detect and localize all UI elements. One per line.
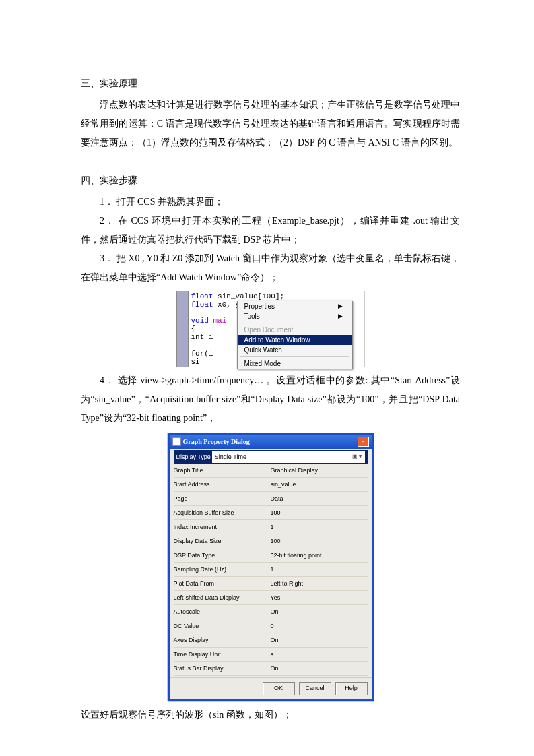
menu-label: Properties (244, 303, 275, 310)
step-2: 2． 在 CCS 环境中打开本实验的工程（Example_base.pjt），编… (81, 212, 460, 249)
ok-button[interactable]: OK (263, 682, 295, 695)
dialog-titlebar: Graph Property Dialog × (170, 435, 372, 449)
help-button[interactable]: Help (335, 682, 368, 695)
prop-val: Left to Right (268, 577, 368, 590)
prop-val: 32-bit floating point (268, 549, 368, 561)
property-row[interactable]: Time Display Units (174, 648, 368, 662)
close-icon[interactable]: × (358, 437, 369, 447)
section3-para: 浮点数的表达和计算是进行数字信号处理的基本知识；产生正弦信号是数字信号处理中经常… (81, 96, 460, 152)
menu-label: Open Document (244, 326, 294, 334)
screenshot-graph-property-dialog: Graph Property Dialog × Display Type Sin… (168, 433, 374, 701)
prop-key: Index Increment (174, 521, 268, 533)
property-row[interactable]: DC Value0 (174, 619, 368, 633)
submenu-arrow-icon: ▶ (338, 313, 343, 320)
prop-key: Left-shifted Data Display (174, 592, 268, 604)
prop-key: Axes Display (174, 634, 268, 646)
prop-key: DSP Data Type (174, 549, 268, 561)
prop-val: 0 (268, 620, 368, 632)
prop-key: DC Value (174, 620, 268, 632)
property-row[interactable]: PageData (174, 492, 368, 506)
prop-key: Display Type (176, 451, 211, 463)
dialog-icon (172, 437, 181, 446)
editor-code-area: float sin_value[100]; float x0, y0, z0; … (189, 291, 365, 367)
menu-item-mixed-mode[interactable]: Mixed Mode (238, 358, 352, 369)
menu-item-quick-watch[interactable]: Quick Watch (238, 345, 352, 355)
menu-item-properties[interactable]: Properties ▶ (238, 301, 352, 311)
property-row[interactable]: AutoscaleOn (174, 605, 368, 619)
prop-val: Graphical Display (268, 464, 368, 476)
submenu-arrow-icon: ▶ (338, 303, 343, 310)
prop-val: sin_value (268, 478, 368, 491)
menu-separator (240, 356, 349, 357)
dialog-title: Graph Property Dialog (183, 435, 250, 449)
property-row[interactable]: Index Increment1 (174, 520, 368, 534)
property-row[interactable]: Start Addresssin_value (174, 478, 368, 492)
property-row[interactable]: Sampling Rate (Hz)1 (174, 563, 368, 577)
prop-key: Display Data Size (174, 535, 268, 547)
screenshot-context-menu: float sin_value[100]; float x0, y0, z0; … (176, 291, 365, 367)
prop-key: Graph Title (174, 464, 268, 476)
prop-val: Data (268, 493, 368, 505)
property-row[interactable]: DSP Data Type32-bit floating point (174, 548, 368, 563)
prop-val: On (268, 634, 368, 646)
prop-key: Status Bar Display (174, 662, 268, 674)
property-row[interactable]: Left-shifted Data DisplayYes (174, 591, 368, 605)
prop-key: Page (174, 493, 268, 505)
property-row[interactable]: Display Data Size100 (174, 534, 368, 548)
code-text: sin_value[100]; (213, 292, 285, 301)
dialog-button-bar: OK Cancel Help (170, 677, 372, 699)
property-row[interactable]: Graph TitleGraphical Display (174, 464, 368, 478)
property-row[interactable]: Axes DisplayOn (174, 633, 368, 648)
context-menu: Properties ▶ Tools ▶ Open Document Add t… (237, 301, 353, 369)
menu-label: Add to Watch Window (244, 336, 310, 344)
prop-val: 100 (268, 535, 368, 547)
step-4-tail: 设置好后观察信号序列的波形（sin 函数，如图）； (81, 705, 460, 724)
code-fn: mai (209, 317, 226, 325)
prop-val: 100 (268, 507, 368, 519)
property-row[interactable]: Acquisition Buffer Size100 (174, 506, 368, 520)
dialog-property-grid: Display Type Single Time ▣ ▾ Graph Title… (170, 449, 372, 677)
step-3: 3． 把 X0 , Y0 和 Z0 添加到 Watch 窗口中作为观察对象（选中… (81, 249, 460, 287)
menu-separator (240, 323, 349, 323)
prop-key: Start Address (174, 478, 268, 491)
property-row[interactable]: Status Bar DisplayOn (174, 662, 368, 676)
dropdown-icon[interactable]: ▣ ▾ (352, 451, 362, 462)
step-4: 4． 选择 view->graph->time/frequency… 。设置对话… (81, 371, 460, 428)
prop-key: Time Display Unit (174, 648, 268, 660)
code-kw: float (191, 292, 213, 301)
prop-val: Single Time (215, 451, 246, 463)
property-row[interactable]: Plot Data FromLeft to Right (174, 577, 368, 591)
prop-val: 1 (268, 521, 368, 533)
property-row[interactable]: Display Type Single Time ▣ ▾ (174, 450, 368, 464)
menu-item-open-document: Open Document (238, 325, 352, 335)
section4-title: 四、实验步骤 (81, 171, 460, 190)
prop-val: 1 (268, 563, 368, 575)
menu-label: Tools (244, 313, 260, 320)
cancel-button[interactable]: Cancel (299, 682, 331, 695)
section3-title: 三、实验原理 (81, 74, 460, 93)
prop-key: Plot Data From (174, 577, 268, 590)
prop-val: Yes (268, 592, 368, 604)
code-kw: float (191, 301, 213, 309)
prop-key: Sampling Rate (Hz) (174, 563, 268, 575)
editor-gutter (176, 291, 189, 367)
menu-label: Quick Watch (244, 346, 282, 354)
menu-label: Mixed Mode (244, 360, 281, 367)
menu-item-add-watch[interactable]: Add to Watch Window (238, 335, 352, 345)
code-kw: void (191, 317, 209, 325)
prop-key: Autoscale (174, 606, 268, 618)
prop-val: s (268, 648, 368, 660)
prop-key: Acquisition Buffer Size (174, 507, 268, 519)
menu-item-tools[interactable]: Tools ▶ (238, 311, 352, 321)
prop-val: On (268, 662, 368, 674)
prop-val: On (268, 606, 368, 618)
step-1: 1． 打开 CCS 并熟悉其界面； (81, 193, 460, 212)
